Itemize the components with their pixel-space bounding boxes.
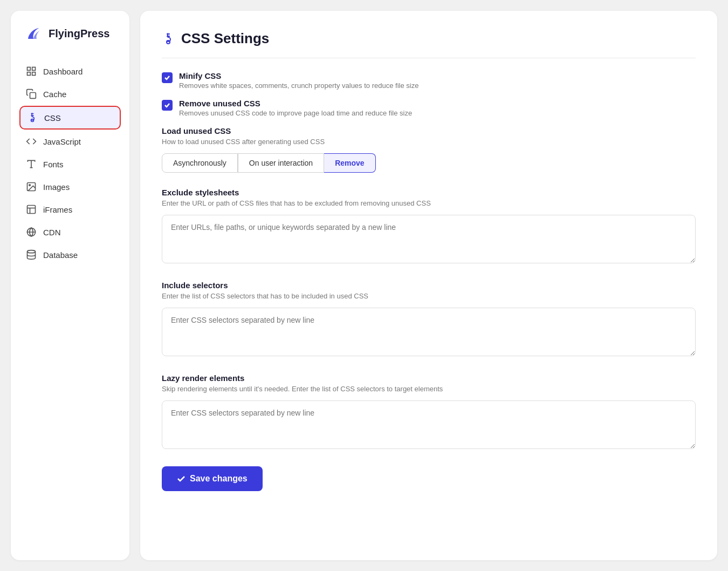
- load-unused-css-section: Load unused CSS How to load unused CSS a…: [162, 126, 696, 173]
- sidebar-item-dashboard[interactable]: Dashboard: [19, 60, 121, 82]
- minify-css-section: Minify CSS Removes white spaces, comment…: [162, 71, 696, 90]
- lazy-render-input[interactable]: [162, 400, 696, 449]
- sidebar-label-css: CSS: [44, 113, 61, 123]
- sidebar-item-css[interactable]: CSS: [19, 106, 121, 130]
- sidebar-label-images: Images: [43, 182, 70, 192]
- svg-rect-1: [32, 67, 36, 71]
- sidebar: FlyingPress Dashboard Cache CSS JavaScri…: [11, 11, 129, 560]
- sidebar-item-database[interactable]: Database: [19, 244, 121, 266]
- minify-css-desc: Removes white spaces, comments, crunch p…: [179, 81, 418, 90]
- sidebar-label-cache: Cache: [43, 90, 66, 99]
- svg-rect-3: [32, 72, 36, 76]
- exclude-stylesheets-title: Exclude stylesheets: [162, 188, 696, 197]
- load-unused-css-options: Asynchronously On user interaction Remov…: [162, 153, 696, 173]
- minify-css-label: Minify CSS: [179, 71, 418, 80]
- remove-unused-css-desc: Removes unused CSS code to improve page …: [179, 109, 412, 117]
- include-selectors-input[interactable]: [162, 308, 696, 356]
- paintbrush-icon: [27, 112, 38, 123]
- save-button[interactable]: Save changes: [162, 466, 263, 491]
- sidebar-label-dashboard: Dashboard: [43, 67, 83, 76]
- sidebar-label-iframes: iFrames: [43, 205, 72, 214]
- remove-unused-css-section: Remove unused CSS Removes unused CSS cod…: [162, 99, 696, 118]
- sidebar-item-fonts[interactable]: Fonts: [19, 153, 121, 175]
- include-selectors-section: Include selectors Enter the list of CSS …: [162, 281, 696, 358]
- sidebar-item-images[interactable]: Images: [19, 176, 121, 198]
- svg-rect-0: [28, 67, 31, 71]
- page-header: CSS Settings: [162, 30, 696, 58]
- option-remove[interactable]: Remove: [324, 153, 375, 173]
- main-panel: CSS Settings Minify CSS Removes white sp…: [140, 11, 717, 560]
- code-icon: [26, 136, 37, 147]
- load-unused-css-desc: How to load unused CSS after generating …: [162, 138, 696, 146]
- lazy-render-desc: Skip rendering elements until it's neede…: [162, 385, 696, 393]
- svg-rect-2: [28, 72, 31, 76]
- sidebar-label-fonts: Fonts: [43, 160, 64, 169]
- logo: FlyingPress: [19, 24, 121, 43]
- load-unused-css-title: Load unused CSS: [162, 126, 696, 135]
- svg-point-9: [29, 185, 31, 186]
- check-icon-2: [164, 102, 170, 108]
- sidebar-item-javascript[interactable]: JavaScript: [19, 131, 121, 152]
- svg-point-14: [28, 250, 36, 253]
- globe-icon: [26, 227, 37, 237]
- svg-rect-10: [28, 206, 36, 214]
- exclude-stylesheets-input[interactable]: [162, 215, 696, 263]
- check-save-icon: [177, 474, 186, 483]
- exclude-stylesheets-desc: Enter the URL or path of CSS files that …: [162, 199, 696, 207]
- svg-rect-4: [30, 93, 36, 99]
- option-asynchronously[interactable]: Asynchronously: [162, 153, 238, 173]
- iframe-icon: [26, 204, 37, 215]
- database-icon: [26, 249, 37, 260]
- include-selectors-title: Include selectors: [162, 281, 696, 290]
- sidebar-item-iframes[interactable]: iFrames: [19, 199, 121, 220]
- lazy-render-title: Lazy render elements: [162, 373, 696, 383]
- brand-name: FlyingPress: [49, 28, 109, 40]
- sidebar-item-cache[interactable]: Cache: [19, 83, 121, 105]
- save-button-label: Save changes: [190, 474, 248, 484]
- sidebar-label-javascript: JavaScript: [43, 137, 81, 146]
- lazy-render-section: Lazy render elements Skip rendering elem…: [162, 373, 696, 451]
- grid-icon: [26, 66, 37, 77]
- font-icon: [26, 159, 37, 169]
- page-title: CSS Settings: [181, 30, 269, 47]
- option-on-user-interaction[interactable]: On user interaction: [238, 153, 324, 173]
- exclude-stylesheets-section: Exclude stylesheets Enter the URL or pat…: [162, 188, 696, 266]
- css-settings-icon: [162, 32, 175, 45]
- minify-css-checkbox[interactable]: [162, 72, 173, 83]
- check-icon: [164, 74, 170, 81]
- remove-unused-css-label: Remove unused CSS: [179, 99, 412, 108]
- sidebar-item-cdn[interactable]: CDN: [19, 221, 121, 243]
- include-selectors-desc: Enter the list of CSS selectors that has…: [162, 292, 696, 300]
- image-icon: [26, 181, 37, 192]
- logo-icon: [24, 24, 43, 43]
- sidebar-label-database: Database: [43, 250, 78, 260]
- sidebar-label-cdn: CDN: [43, 228, 61, 237]
- remove-unused-css-checkbox[interactable]: [162, 100, 173, 111]
- copy-icon: [26, 89, 37, 99]
